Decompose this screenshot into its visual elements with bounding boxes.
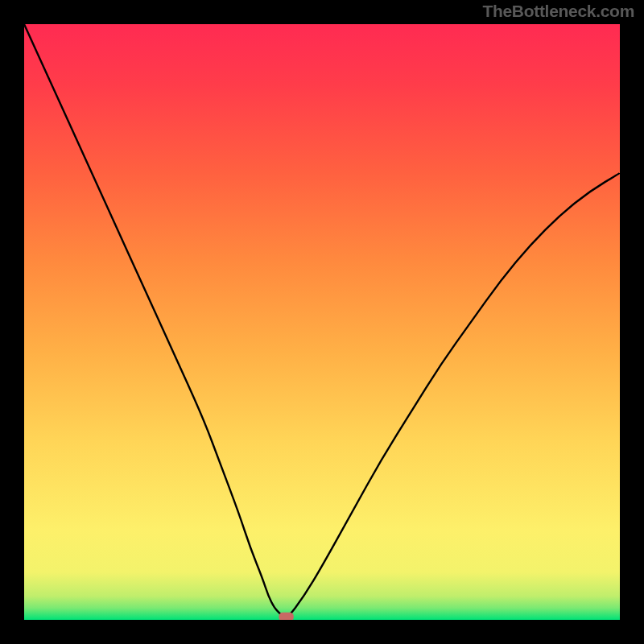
chart-frame: TheBottleneck.com xyxy=(0,0,644,644)
watermark-label: TheBottleneck.com xyxy=(482,2,634,21)
chart-svg xyxy=(24,24,620,620)
gradient-background xyxy=(24,24,620,620)
optimum-marker xyxy=(279,613,294,620)
plot-area xyxy=(24,24,620,620)
